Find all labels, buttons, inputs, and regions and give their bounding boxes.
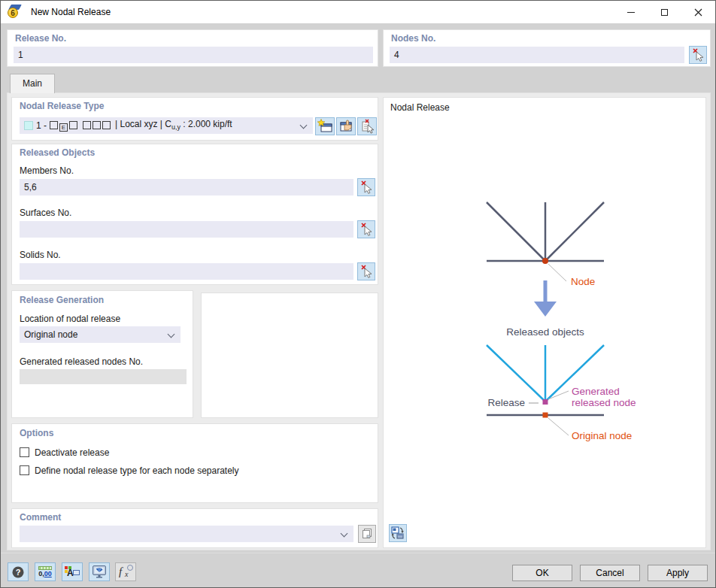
display-settings-button[interactable]: A xyxy=(62,562,83,581)
generation-preview-panel xyxy=(201,292,378,418)
copy-comment-button[interactable] xyxy=(358,525,376,543)
members-no-label: Members No. xyxy=(20,165,74,176)
generated-released-node-dot xyxy=(543,399,548,405)
type-release-boxes: E xyxy=(50,117,112,134)
display-settings-icon: A xyxy=(65,566,80,578)
nodal-release-type-dropdown[interactable]: 1 - E | Local xyz | Cu,y : 2.000 kip/ft xyxy=(20,117,313,134)
select-nodes-button[interactable] xyxy=(689,46,707,64)
ok-button[interactable]: OK xyxy=(512,565,572,581)
generated-released-nodes-input xyxy=(20,369,187,384)
cancel-button[interactable]: Cancel xyxy=(580,565,640,581)
close-icon xyxy=(694,8,702,17)
release-generation-panel: Release Generation Location of nodal rel… xyxy=(11,290,193,418)
deactivate-release-label: Deactivate release xyxy=(35,447,109,458)
location-dropdown[interactable]: Original node xyxy=(20,326,181,343)
comment-panel: Comment xyxy=(11,508,378,548)
nodes-no-panel: Nodes No. 4 xyxy=(383,29,711,67)
edit-hand-icon xyxy=(338,119,354,134)
pick-cursor-icon xyxy=(359,264,374,279)
new-type-button[interactable] xyxy=(315,117,335,135)
tab-main-label: Main xyxy=(23,78,42,89)
members-no-input[interactable]: 5,6 xyxy=(20,179,353,195)
window-title: New Nodal Release xyxy=(31,7,111,17)
nodal-release-type-header: Nodal Release Type xyxy=(20,101,105,111)
surfaces-no-input[interactable] xyxy=(20,221,353,238)
formula-button[interactable]: fx xyxy=(115,562,136,581)
toggle-graphic-button[interactable] xyxy=(389,524,407,542)
generated-released-node-label-1: Generated xyxy=(572,386,620,397)
define-type-per-node-checkbox[interactable] xyxy=(20,465,29,475)
chevron-down-icon xyxy=(341,530,348,538)
chevron-down-icon xyxy=(168,331,175,338)
pick-cursor-icon xyxy=(359,222,374,237)
node-dot xyxy=(542,258,548,264)
pick-cursor-icon xyxy=(690,47,705,62)
footer-divider xyxy=(1,553,715,553)
nodal-release-preview-panel: Nodal Release Node Released objects Rele… xyxy=(383,97,706,548)
options-header: Options xyxy=(20,428,53,438)
minimize-button[interactable] xyxy=(614,1,648,23)
location-of-nodal-release-label: Location of nodal release xyxy=(20,314,120,324)
help-icon: ? xyxy=(11,565,25,579)
formula-icon: fx xyxy=(118,565,133,579)
released-objects-header: Released Objects xyxy=(20,147,95,158)
type-color-swatch xyxy=(24,121,33,130)
maximize-icon xyxy=(661,9,668,16)
released-objects-panel: Released Objects Members No. 5,6 Surface… xyxy=(11,144,378,285)
generated-released-nodes-label: Generated released nodes No. xyxy=(20,356,143,367)
release-no-input[interactable]: 1 xyxy=(14,47,373,63)
units-settings-button[interactable]: 0,00 xyxy=(35,562,56,581)
define-type-per-node-label: Define nodal release type for each node … xyxy=(35,465,239,476)
comment-dropdown[interactable] xyxy=(20,526,353,542)
tab-main[interactable]: Main xyxy=(10,74,55,93)
pick-cursor-icon xyxy=(359,180,374,195)
location-dropdown-value: Original node xyxy=(24,329,77,340)
apply-button[interactable]: Apply xyxy=(648,565,708,581)
release-no-label: Release No. xyxy=(15,33,66,44)
transform-arrow-shaft xyxy=(544,280,548,302)
solids-no-input[interactable] xyxy=(20,263,353,280)
minimize-icon xyxy=(627,12,635,13)
solids-no-label: Solids No. xyxy=(20,250,61,260)
pick-type-button[interactable] xyxy=(357,117,377,135)
select-members-button[interactable] xyxy=(357,178,375,196)
rendering-settings-button[interactable] xyxy=(89,562,110,581)
type-index: 1 - xyxy=(36,117,47,134)
original-node-dot xyxy=(543,413,548,418)
svg-text:?: ? xyxy=(16,568,21,577)
type-description: | Local xyz | Cu,y : 2.000 kip/ft xyxy=(115,116,232,135)
pick-type-icon xyxy=(359,119,375,134)
dialog-new-nodal-release: 6 New Nodal Release Release No. 1 Nodes … xyxy=(0,0,716,588)
edit-type-button[interactable] xyxy=(336,117,356,135)
toggle-graphic-icon xyxy=(391,526,405,540)
generated-released-node-label-2: released node xyxy=(572,397,636,408)
release-no-panel: Release No. 1 xyxy=(7,29,378,67)
rfem-app-icon: 6 xyxy=(8,5,23,20)
options-panel: Options Deactivate release Define nodal … xyxy=(11,423,378,503)
copy-icon xyxy=(361,528,373,540)
help-button[interactable]: ? xyxy=(8,562,29,581)
new-window-icon xyxy=(317,119,333,134)
deactivate-release-checkbox[interactable] xyxy=(20,447,29,457)
nodes-no-label: Nodes No. xyxy=(391,33,435,44)
select-solids-button[interactable] xyxy=(357,262,375,280)
select-surfaces-button[interactable] xyxy=(357,220,375,238)
units-icon: 0,00 xyxy=(38,566,52,577)
node-label: Node xyxy=(571,276,595,287)
title-bar: 6 New Nodal Release xyxy=(1,1,715,23)
released-objects-label: Released objects xyxy=(506,326,584,338)
nodal-release-diagram: Node Released objects Release Generated … xyxy=(384,98,707,549)
maximize-button[interactable] xyxy=(648,1,681,23)
nodal-release-type-panel: Nodal Release Type 1 - E | Local xyz | C… xyxy=(11,97,378,141)
monitor-icon xyxy=(92,565,107,579)
release-generation-header: Release Generation xyxy=(20,295,104,305)
nodes-no-input[interactable]: 4 xyxy=(390,47,684,63)
comment-header: Comment xyxy=(20,512,61,523)
original-node-label: Original node xyxy=(572,430,632,441)
surfaces-no-label: Surfaces No. xyxy=(20,208,71,218)
close-button[interactable] xyxy=(681,1,715,23)
preview-header: Nodal Release xyxy=(390,102,450,113)
release-label: Release xyxy=(487,397,525,408)
transform-arrow-head xyxy=(534,302,557,317)
